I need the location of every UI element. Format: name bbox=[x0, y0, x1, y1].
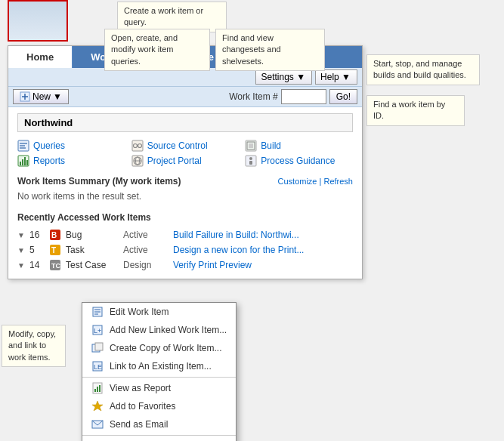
new-button[interactable]: New ▼ bbox=[13, 89, 69, 104]
ctx-link-existing-icon: LE bbox=[91, 360, 104, 372]
svg-marker-46 bbox=[92, 401, 103, 411]
ctx-send-email[interactable]: Send as Email bbox=[82, 415, 236, 433]
svg-rect-15 bbox=[20, 162, 21, 165]
task-icon: T bbox=[49, 244, 61, 256]
ctx-sep-2 bbox=[82, 435, 236, 436]
svg-text:B: B bbox=[51, 231, 57, 239]
work-item-number-input[interactable] bbox=[281, 89, 326, 104]
wi-state-14: Design bbox=[123, 260, 169, 270]
ctx-sep-1 bbox=[82, 377, 236, 378]
ctx-view-report[interactable]: View as Report bbox=[82, 379, 236, 397]
ctx-email-icon bbox=[91, 418, 104, 430]
svg-rect-39 bbox=[95, 343, 103, 350]
content-area: Northwind Queries Sou bbox=[8, 107, 362, 279]
quick-links-grid: Queries Source Control Build bbox=[17, 140, 353, 167]
queries-label: Queries bbox=[33, 140, 65, 151]
ctx-view-report-label: View as Report bbox=[110, 383, 171, 393]
tooltip-open-modify: Open, create, and modify work item queri… bbox=[104, 29, 210, 71]
help-button[interactable]: Help ▼ bbox=[315, 69, 357, 85]
ctx-link-add-icon: L+ bbox=[91, 324, 104, 336]
project-portal-label: Project Portal bbox=[147, 156, 202, 166]
wi-title-5: Design a new icon for the Print... bbox=[173, 245, 353, 255]
wi-id-5: 5 bbox=[29, 245, 45, 255]
work-item-row-16[interactable]: ▼ 16 B Bug Active Build Failure in Build… bbox=[17, 227, 353, 242]
ctx-edit-icon bbox=[91, 306, 104, 318]
queries-icon bbox=[17, 140, 29, 152]
ctx-edit-workitem[interactable]: Edit Work Item bbox=[82, 303, 236, 321]
reports-icon bbox=[17, 155, 29, 167]
reports-label: Reports bbox=[33, 156, 65, 166]
wi-type-16: Bug bbox=[66, 230, 119, 240]
wi-title-16: Build Failure in Build: Northwi... bbox=[173, 230, 353, 240]
new-icon bbox=[20, 91, 30, 102]
tooltip-create-workitem: Create a work item or query. bbox=[117, 2, 227, 32]
ctx-state-diagram[interactable]: State Diagram bbox=[82, 437, 236, 441]
build-icon bbox=[245, 140, 257, 152]
settings-label: Settings bbox=[261, 72, 293, 82]
new-label: New bbox=[32, 91, 51, 102]
ctx-report-icon bbox=[91, 382, 104, 394]
wi-arrow-5: ▼ bbox=[17, 246, 25, 254]
toolbar-right: Work Item # Go! bbox=[229, 89, 357, 104]
source-control-icon bbox=[131, 140, 144, 152]
process-guidance-label: Process Guidance bbox=[261, 156, 335, 166]
work-items-summary-title: Work Items Summary (My work items) bbox=[17, 176, 181, 187]
wi-type-5: Task bbox=[66, 245, 119, 255]
tooltip-find-changesets: Find and view changesets and shelvesets. bbox=[215, 29, 325, 71]
process-guidance-link[interactable]: Process Guidance bbox=[245, 155, 353, 167]
build-link[interactable]: Build bbox=[245, 140, 353, 152]
summary-actions: Customize | Refresh bbox=[278, 177, 353, 186]
customize-link[interactable]: Customize bbox=[278, 177, 317, 186]
project-portal-icon bbox=[131, 155, 144, 167]
build-label: Build bbox=[261, 140, 281, 151]
ctx-create-copy[interactable]: Create Copy of Work Item... bbox=[82, 339, 236, 357]
testcase-icon: TC bbox=[49, 259, 61, 271]
wi-id-16: 16 bbox=[29, 230, 45, 240]
tab-home[interactable]: Home bbox=[8, 46, 73, 68]
svg-rect-13 bbox=[249, 143, 253, 148]
work-item-number-label: Work Item # bbox=[229, 91, 277, 102]
svg-text:L+: L+ bbox=[94, 327, 101, 335]
empty-result-message: No work items in the result set. bbox=[17, 190, 353, 203]
tooltip-modify-copy: Modify, copy, and link to work items. bbox=[2, 325, 66, 367]
process-guidance-icon bbox=[245, 155, 257, 167]
project-portal-link[interactable]: Project Portal bbox=[131, 155, 240, 167]
tooltip-find-by-id: Find a work item by ID. bbox=[366, 95, 465, 126]
bug-icon: B bbox=[49, 229, 61, 241]
ctx-favorites-icon bbox=[91, 400, 104, 412]
help-dropdown-arrow: ▼ bbox=[342, 72, 351, 82]
ctx-link-existing-label: Link to An Existing Item... bbox=[110, 361, 212, 372]
ctx-create-copy-label: Create Copy of Work Item... bbox=[110, 343, 222, 353]
go-button[interactable]: Go! bbox=[329, 89, 357, 104]
work-item-row-5[interactable]: ▼ 5 T Task Active Design a new icon for … bbox=[17, 242, 353, 258]
svg-text:T: T bbox=[51, 246, 56, 254]
toolbar-row: New ▼ Work Item # Go! bbox=[8, 87, 362, 107]
svg-rect-44 bbox=[97, 387, 98, 392]
ctx-add-linked[interactable]: L+ Add New Linked Work Item... bbox=[82, 321, 236, 339]
ctx-link-existing[interactable]: LE Link to An Existing Item... bbox=[82, 357, 236, 375]
wi-state-16: Active bbox=[123, 230, 169, 240]
wi-arrow-14: ▼ bbox=[17, 261, 25, 270]
wi-state-5: Active bbox=[123, 245, 169, 255]
reports-link[interactable]: Reports bbox=[17, 155, 125, 167]
svg-rect-43 bbox=[94, 389, 96, 392]
ctx-add-favorites[interactable]: Add to Favorites bbox=[82, 397, 236, 415]
svg-rect-18 bbox=[26, 160, 28, 165]
recently-accessed-title: Recently Accessed Work Items bbox=[17, 212, 353, 223]
source-control-link[interactable]: Source Control bbox=[131, 140, 240, 152]
refresh-link[interactable]: Refresh bbox=[323, 177, 353, 186]
queries-link[interactable]: Queries bbox=[17, 140, 125, 152]
source-control-label: Source Control bbox=[147, 140, 208, 151]
main-window: Home Work Items Source Build Settings ▼ … bbox=[8, 45, 363, 279]
work-item-row-14[interactable]: ▼ 14 TC Test Case Design Verify Print Pr… bbox=[17, 258, 353, 273]
ctx-copy-icon bbox=[91, 342, 104, 354]
ctx-edit-label: Edit Work Item bbox=[110, 307, 169, 317]
project-title: Northwind bbox=[17, 113, 353, 132]
settings-button[interactable]: Settings ▼ bbox=[255, 69, 312, 85]
help-label: Help bbox=[320, 72, 339, 82]
ctx-send-email-label: Send as Email bbox=[110, 419, 168, 430]
settings-dropdown-arrow: ▼ bbox=[296, 72, 305, 82]
new-dropdown-arrow: ▼ bbox=[53, 91, 62, 102]
wi-type-14: Test Case bbox=[66, 260, 119, 270]
svg-rect-17 bbox=[24, 157, 26, 165]
